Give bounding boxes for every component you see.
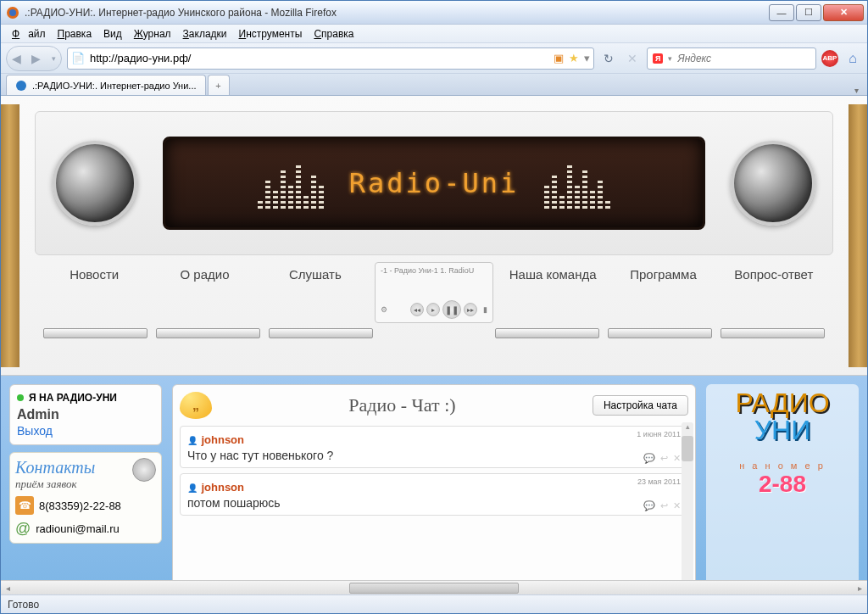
player-next-button[interactable]: ▸▸ bbox=[464, 303, 477, 316]
url-drop-icon[interactable]: ▾ bbox=[584, 52, 590, 64]
message-author[interactable]: johnson bbox=[201, 481, 244, 494]
search-bar[interactable]: Я ▾ bbox=[647, 47, 816, 70]
site-identity-icon[interactable]: 📄 bbox=[71, 52, 85, 64]
status-bar: Готово bbox=[1, 594, 867, 613]
contact-email[interactable]: radiouni@mail.ru bbox=[36, 522, 119, 535]
adblock-icon[interactable]: ABP bbox=[821, 50, 838, 67]
player-volume-icon[interactable]: ▮ bbox=[483, 305, 487, 314]
horizontal-scrollbar[interactable]: ◂ ▸ bbox=[1, 580, 867, 594]
tab-active[interactable]: .:РАДИО-УНИ:. Интернет-радио Уни... bbox=[6, 75, 206, 95]
history-drop-icon[interactable]: ▾ bbox=[52, 54, 56, 63]
chat-messages: 👤 johnson 1 июня 2011 Что у нас тут нове… bbox=[180, 426, 688, 516]
radio-display-area: Radio-Uni bbox=[35, 111, 833, 255]
audio-player-widget[interactable]: -1 - Радио Уни-1 1. RadioU ⚙ ◂◂ ▸ ❚❚ ▸▸ … bbox=[375, 267, 493, 323]
equalizer-right-icon bbox=[544, 158, 610, 209]
new-tab-button[interactable]: + bbox=[208, 75, 230, 95]
delete-icon[interactable]: ✕ bbox=[673, 500, 681, 511]
nav-faq[interactable]: Вопрос-ответ bbox=[723, 267, 825, 282]
scroll-left-icon[interactable]: ◂ bbox=[1, 583, 15, 593]
bookmark-star-icon[interactable]: ★ bbox=[569, 52, 579, 64]
scroll-right-icon[interactable]: ▸ bbox=[853, 583, 867, 593]
player-settings-icon[interactable]: ⚙ bbox=[381, 305, 387, 314]
logo-line1: РАДИО bbox=[711, 389, 854, 416]
search-engine-drop-icon[interactable]: ▾ bbox=[668, 54, 672, 63]
menu-help[interactable]: Справка bbox=[309, 26, 358, 42]
forward-icon[interactable]: ▶ bbox=[31, 52, 41, 65]
contacts-title: Контакты bbox=[15, 458, 95, 477]
scroll-up-icon[interactable]: ▴ bbox=[682, 422, 693, 434]
email-icon: @ bbox=[15, 520, 31, 538]
message-date: 1 июня 2011 bbox=[637, 430, 681, 438]
menu-history[interactable]: Журнал bbox=[130, 26, 175, 42]
nav-bar-news[interactable] bbox=[43, 328, 147, 338]
message-author[interactable]: johnson bbox=[201, 433, 244, 446]
menu-file[interactable]: Файл bbox=[8, 26, 50, 42]
nav-news[interactable]: Новости bbox=[43, 267, 145, 282]
online-dot-icon bbox=[17, 394, 24, 401]
search-engine-icon[interactable]: Я bbox=[653, 53, 663, 64]
stop-button[interactable]: ✕ bbox=[623, 49, 642, 68]
player-pause-button[interactable]: ❚❚ bbox=[442, 300, 461, 319]
nav-bar-team[interactable] bbox=[495, 328, 599, 338]
main-toolbar: ◀ ▶ ▾ 📄 ▣ ★ ▾ ↻ ✕ Я ▾ ABP ⌂ bbox=[1, 43, 867, 74]
reply-icon[interactable]: 💬 bbox=[643, 500, 655, 511]
chat-bubble-icon: „ bbox=[180, 392, 212, 419]
chat-panel: „ Радио - Чат :) Настройка чата 👤 johnso… bbox=[172, 384, 696, 580]
chat-message: 👤 johnson 23 мая 2011 потом пошарюсь 💬↩✕ bbox=[180, 473, 688, 516]
back-icon[interactable]: ◀ bbox=[12, 52, 21, 65]
delete-icon[interactable]: ✕ bbox=[673, 453, 681, 464]
menu-tools[interactable]: Инструменты bbox=[235, 26, 307, 42]
nav-team[interactable]: Наша команда bbox=[502, 267, 604, 282]
url-input[interactable] bbox=[90, 52, 548, 64]
close-button[interactable]: ✕ bbox=[823, 4, 864, 21]
nav-bar-program[interactable] bbox=[608, 328, 712, 338]
banner-number: 2-88 bbox=[711, 471, 854, 498]
quote-icon[interactable]: ↩ bbox=[660, 500, 668, 511]
left-sidebar: Я НА РАДИО-УНИ Admin Выход Контакты приё… bbox=[9, 384, 162, 580]
nav-about[interactable]: О радио bbox=[153, 267, 255, 282]
firefox-icon bbox=[6, 6, 19, 20]
nav-program[interactable]: Программа bbox=[612, 267, 714, 282]
chat-settings-button[interactable]: Настройка чата bbox=[593, 395, 688, 416]
search-input[interactable] bbox=[677, 53, 810, 64]
window-titlebar: .:РАДИО-УНИ:. Интернет-радио Унинского р… bbox=[1, 1, 867, 25]
lower-content: Я НА РАДИО-УНИ Admin Выход Контакты приё… bbox=[1, 376, 867, 580]
reload-button[interactable]: ↻ bbox=[599, 49, 618, 68]
scroll-thumb[interactable] bbox=[682, 436, 693, 461]
player-prev-button[interactable]: ◂◂ bbox=[410, 303, 424, 316]
nav-listen[interactable]: Слушать bbox=[264, 267, 366, 282]
rss-icon[interactable]: ▣ bbox=[554, 52, 564, 64]
tab-favicon-icon bbox=[15, 80, 27, 92]
speaker-left-icon bbox=[53, 141, 137, 226]
reply-icon[interactable]: 💬 bbox=[643, 453, 655, 464]
speaker-right-icon bbox=[731, 141, 815, 226]
radio-player-panel: Radio-Uni Новости О радио Слушать bbox=[1, 96, 867, 376]
user-small-icon: 👤 bbox=[187, 436, 198, 445]
quote-icon[interactable]: ↩ bbox=[660, 453, 668, 464]
menu-bookmarks[interactable]: Закладки bbox=[179, 26, 231, 42]
maximize-button[interactable]: ☐ bbox=[796, 4, 821, 21]
nav-bars-row bbox=[1, 323, 867, 338]
right-banner: РАДИО УНИ н а н о м е р 2-88 bbox=[706, 384, 859, 580]
chat-scrollbar[interactable]: ▴ bbox=[682, 422, 693, 580]
address-bar[interactable]: 📄 ▣ ★ ▾ bbox=[67, 47, 594, 70]
message-body: потом пошарюсь bbox=[187, 496, 681, 510]
menu-view[interactable]: Вид bbox=[99, 26, 126, 42]
nav-back-forward[interactable]: ◀ ▶ ▾ bbox=[6, 46, 62, 71]
nav-bar-about[interactable] bbox=[156, 328, 260, 338]
nav-bar-faq[interactable] bbox=[721, 328, 825, 338]
site-nav: Новости О радио Слушать -1 - Радио Уни-1… bbox=[1, 255, 867, 323]
player-play-button[interactable]: ▸ bbox=[426, 303, 440, 316]
phone-icon: ☎ bbox=[15, 496, 34, 515]
status-text: Готово bbox=[8, 599, 39, 611]
hscroll-thumb[interactable] bbox=[349, 583, 519, 594]
nav-bar-listen[interactable] bbox=[269, 328, 373, 338]
tab-list-drop-icon[interactable]: ▾ bbox=[854, 86, 862, 95]
home-button[interactable]: ⌂ bbox=[843, 49, 862, 68]
menu-edit[interactable]: Правка bbox=[53, 26, 97, 42]
contact-phone: 8(83359)2-22-88 bbox=[39, 500, 121, 512]
logout-link[interactable]: Выход bbox=[17, 424, 154, 438]
user-small-icon: 👤 bbox=[187, 483, 198, 493]
logo-line2: УНИ bbox=[711, 416, 854, 444]
minimize-button[interactable]: — bbox=[769, 4, 794, 21]
